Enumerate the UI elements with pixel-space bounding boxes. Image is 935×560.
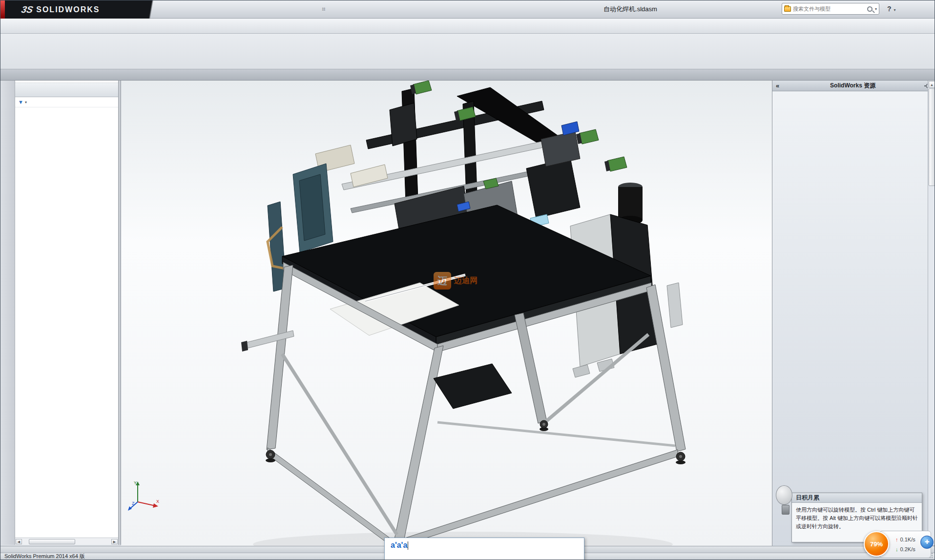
secondary-toolbar: [0, 19, 935, 34]
triad-y-label: Y: [134, 480, 137, 485]
midi-logo-icon: 迈: [434, 272, 451, 290]
tip-text: 使用方向键可以旋转模型。按 Ctrl 键加上方向键可平移模型。按 Alt 键加上…: [792, 503, 922, 534]
ds-logo-icon: 3S: [21, 4, 34, 15]
search-box[interactable]: ▾: [782, 3, 879, 15]
task-pane-title: SolidWorks 资源: [779, 82, 926, 90]
scroll-right-icon[interactable]: ▶: [111, 539, 118, 544]
search-input[interactable]: [793, 6, 865, 12]
assembly-3d-model[interactable]: [121, 81, 772, 546]
command-manager-ribbon: [0, 34, 935, 69]
help-button[interactable]: ? ▾: [887, 5, 895, 13]
triad-x-label: X: [156, 499, 159, 504]
lightbulb-icon: [776, 485, 795, 521]
text-caret: [408, 541, 408, 550]
command-tab-row: [0, 69, 935, 81]
collapse-left-icon[interactable]: «: [776, 82, 779, 89]
tip-title: 日积月累: [792, 493, 922, 503]
status-text: SolidWorks Premium 2014 x64 版: [4, 553, 85, 560]
download-speed: 0.2K/s: [900, 546, 915, 552]
left-tool-strip: [0, 81, 15, 545]
search-scope-icon: [784, 6, 791, 12]
search-icon[interactable]: [867, 6, 873, 12]
task-pane-scrollbar[interactable]: ▲ ▼: [928, 81, 935, 553]
watermark-text: 迈迪网: [454, 276, 478, 286]
task-pane-body: [776, 91, 927, 553]
orientation-triad: Y X Z: [127, 478, 161, 513]
document-title: 自动化焊机.sldasm: [542, 5, 718, 14]
ime-composition-window: a'a'a: [384, 538, 584, 560]
title-bar: 3S SOLIDWORKS ⌗ 自动化焊机.sldasm ▾ ? ▾: [0, 0, 935, 19]
task-pane-header: « SolidWorks 资源: [772, 81, 935, 91]
scrollbar-thumb[interactable]: [29, 539, 75, 544]
logo-text: SOLIDWORKS: [36, 5, 100, 14]
tree-filter-bar[interactable]: ▼ ▾: [15, 97, 118, 107]
scrollbar-thumb[interactable]: [929, 88, 935, 186]
pushpin-icon[interactable]: ⌗: [319, 4, 329, 14]
solidworks-window: 3S SOLIDWORKS ⌗ 自动化焊机.sldasm ▾ ? ▾ ▼ ▾: [0, 0, 935, 560]
feature-manager-tabs: [15, 83, 118, 97]
feature-tree: [15, 107, 118, 538]
memory-usage-ball[interactable]: 79%: [864, 531, 889, 557]
scroll-left-icon[interactable]: ◀: [16, 539, 22, 544]
graphics-viewport[interactable]: 迈 迈迪网 Y X Z: [121, 81, 772, 546]
midi-watermark: 迈 迈迪网: [434, 272, 478, 290]
download-icon: ↓: [895, 546, 898, 552]
task-pane: « SolidWorks 资源 ▲ ▼: [772, 81, 935, 553]
filter-dropdown-icon[interactable]: ▾: [25, 100, 27, 104]
upload-icon: ↑: [895, 537, 898, 542]
brand-stripe: [0, 0, 5, 19]
ime-input[interactable]: a'a'a: [391, 541, 407, 550]
assistant-ball-icon[interactable]: ✚: [920, 536, 934, 549]
solidworks-logo: 3S SOLIDWORKS: [5, 0, 165, 19]
filter-icon[interactable]: ▼: [18, 99, 23, 105]
search-dropdown-icon[interactable]: ▾: [875, 7, 877, 11]
feature-manager-panel: ▼ ▾ ◀ ▶: [15, 81, 119, 545]
scroll-up-icon[interactable]: ▲: [929, 81, 935, 88]
upload-speed: 0.1K/s: [900, 537, 915, 542]
tree-horizontal-scrollbar[interactable]: ◀ ▶: [15, 538, 118, 545]
triad-z-label: Z: [132, 501, 135, 506]
